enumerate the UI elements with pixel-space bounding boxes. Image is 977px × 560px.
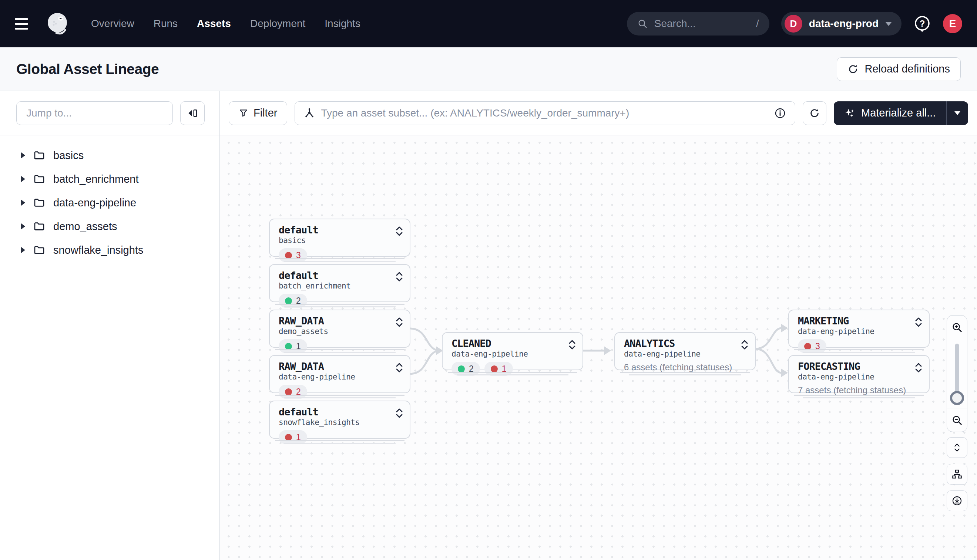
node-subtitle: batch_enrichment — [279, 282, 402, 290]
tree-label: basics — [53, 150, 84, 162]
node-subtitle: basics — [279, 236, 402, 245]
expand-node-icon[interactable] — [395, 225, 404, 237]
expand-node-icon[interactable] — [914, 362, 923, 373]
sidebar-item-basics[interactable]: basics — [0, 143, 219, 167]
main-area: basics batch_enrichment data-eng-pipelin… — [0, 91, 977, 560]
hamburger-menu-icon[interactable] — [15, 18, 28, 30]
node-title: MARKETING — [798, 315, 922, 327]
nav-item-runs[interactable]: Runs — [154, 18, 178, 30]
asset-subset-input[interactable] — [321, 107, 768, 119]
tree-label: data-eng-pipeline — [53, 197, 136, 209]
status-badge: 1 — [279, 339, 307, 353]
refresh-graph-button[interactable] — [803, 102, 827, 125]
status-dot-error — [285, 388, 292, 395]
page-title: Global Asset Lineage — [16, 61, 159, 77]
sidebar-search-row — [0, 91, 219, 135]
topbar-right-cluster: Search... / D data-eng-prod ? E — [627, 12, 962, 35]
node-title: default — [279, 270, 402, 281]
expand-node-icon[interactable] — [568, 339, 576, 351]
node-subtitle: data-eng-pipeline — [798, 372, 922, 382]
hierarchy-icon — [952, 469, 962, 479]
nav-item-overview[interactable]: Overview — [91, 18, 134, 30]
asset-group-node-marketing[interactable]: MARKETING data-eng-pipeline 3 — [788, 310, 930, 348]
asset-group-node-default-basics[interactable]: default basics 3 — [269, 218, 411, 257]
deployment-initial-badge: D — [785, 15, 802, 33]
node-title: RAW_DATA — [279, 315, 402, 327]
caret-right-icon — [21, 176, 25, 182]
expand-node-icon[interactable] — [395, 316, 404, 328]
node-status-text: 6 assets (fetching statuses) — [624, 362, 748, 372]
status-dot-error — [804, 343, 811, 350]
sidebar-item-demo-assets[interactable]: demo_assets — [0, 215, 219, 238]
collapse-sidebar-button[interactable] — [180, 102, 205, 125]
folder-icon — [33, 197, 45, 208]
zoom-out-button[interactable] — [947, 408, 967, 432]
panel-collapse-icon — [187, 108, 198, 119]
global-search[interactable]: Search... / — [627, 12, 769, 35]
relayout-graph-button[interactable] — [947, 464, 967, 485]
filter-label: Filter — [254, 107, 277, 119]
sidebar-item-batch-enrichment[interactable]: batch_enrichment — [0, 167, 219, 191]
materialize-all-split-button: Materialize all... — [834, 102, 968, 125]
filter-button[interactable]: Filter — [229, 102, 287, 125]
tree-label: snowflake_insights — [53, 244, 143, 256]
refresh-icon — [847, 63, 858, 75]
expand-node-icon[interactable] — [395, 271, 404, 283]
asset-subset-field — [295, 102, 795, 125]
expand-node-icon[interactable] — [395, 362, 404, 373]
expand-node-icon[interactable] — [914, 316, 923, 328]
materialize-all-button[interactable]: Materialize all... — [834, 102, 946, 125]
deployment-name: data-eng-prod — [809, 18, 878, 30]
nav-item-assets[interactable]: Assets — [197, 18, 231, 30]
lineage-content: Filter — [220, 91, 977, 560]
sidebar-item-data-eng-pipeline[interactable]: data-eng-pipeline — [0, 191, 219, 215]
asset-group-node-analytics[interactable]: ANALYTICS data-eng-pipeline 6 assets (fe… — [614, 332, 756, 370]
nav-item-insights[interactable]: Insights — [324, 18, 361, 30]
status-dot-error — [285, 252, 292, 259]
status-dot-success — [285, 343, 292, 350]
tree-label: demo_assets — [53, 220, 117, 233]
zoom-slider[interactable] — [947, 339, 967, 408]
folder-icon — [33, 150, 45, 161]
expand-node-icon[interactable] — [740, 339, 749, 351]
folder-icon — [33, 173, 45, 185]
download-graph-button[interactable] — [947, 490, 967, 511]
status-badge: 1 — [484, 362, 513, 376]
download-icon — [952, 496, 962, 506]
lineage-graph-canvas[interactable]: default basics 3 default batch_enrichmen… — [220, 135, 977, 560]
asset-group-node-default-batch-enrichment[interactable]: default batch_enrichment 2 — [269, 264, 411, 302]
folder-icon — [33, 220, 45, 232]
zoom-slider-thumb[interactable] — [950, 391, 964, 405]
asset-selector-icon — [304, 108, 315, 119]
node-title: RAW_DATA — [279, 361, 402, 372]
nav-item-deployment[interactable]: Deployment — [250, 18, 305, 30]
info-icon[interactable] — [774, 107, 786, 119]
reload-definitions-button[interactable]: Reload definitions — [837, 57, 961, 81]
status-badge: 3 — [798, 339, 827, 353]
expand-node-icon[interactable] — [395, 407, 404, 419]
chevron-down-icon — [954, 111, 960, 115]
search-shortcut-hint: / — [756, 18, 759, 30]
top-nav-bar: Overview Runs Assets Deployment Insights… — [0, 0, 977, 47]
help-icon[interactable]: ? — [914, 15, 931, 33]
sidebar-item-snowflake-insights[interactable]: snowflake_insights — [0, 238, 219, 262]
svg-text:?: ? — [920, 18, 925, 28]
status-dot-error — [285, 434, 292, 441]
asset-group-node-forecasting[interactable]: FORECASTING data-eng-pipeline 7 assets (… — [788, 355, 930, 393]
node-title: default — [279, 406, 402, 418]
asset-group-node-default-snowflake-insights[interactable]: default snowflake_insights 1 — [269, 401, 411, 439]
deployment-switcher[interactable]: D data-eng-prod — [781, 12, 902, 35]
materialize-all-label: Materialize all... — [861, 107, 935, 119]
user-avatar[interactable]: E — [943, 14, 962, 33]
reload-definitions-label: Reload definitions — [865, 63, 950, 75]
asset-group-node-rawdata-data-eng-pipeline[interactable]: RAW_DATA data-eng-pipeline 2 — [269, 355, 411, 393]
expand-all-groups-button[interactable] — [947, 437, 967, 458]
status-dot-success — [285, 297, 292, 304]
sparkles-icon — [844, 108, 855, 119]
zoom-in-button[interactable] — [947, 315, 967, 339]
materialize-options-button[interactable] — [947, 102, 968, 125]
asset-group-node-rawdata-demo-assets[interactable]: RAW_DATA demo_assets 1 — [269, 310, 411, 348]
jump-to-input[interactable] — [16, 102, 173, 125]
asset-group-node-cleaned[interactable]: CLEANED data-eng-pipeline 2 1 — [442, 332, 583, 370]
funnel-icon — [239, 108, 248, 118]
